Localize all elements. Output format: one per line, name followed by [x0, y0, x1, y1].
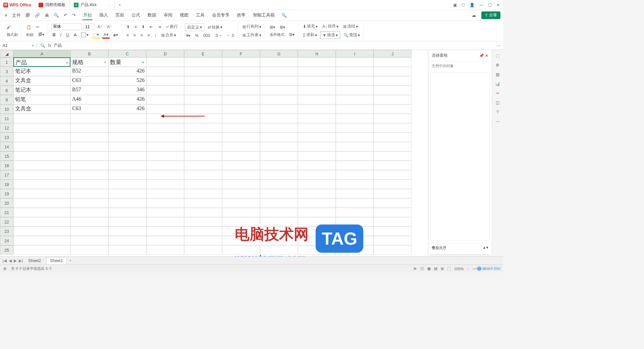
cell-I22[interactable] [336, 217, 374, 227]
font-select[interactable] [51, 23, 82, 30]
cell-J6[interactable] [374, 86, 412, 95]
cell-C24[interactable] [108, 236, 146, 245]
avatar-icon[interactable]: 👤 [470, 3, 475, 7]
cell-G18[interactable] [260, 180, 298, 189]
cell-J3[interactable] [374, 67, 412, 76]
cell-B24[interactable] [70, 236, 108, 245]
col-header-B[interactable]: B [70, 50, 108, 57]
cell-J12[interactable] [374, 123, 412, 133]
chart-icon[interactable]: 📊 [495, 82, 500, 86]
sheet-tab-sheet1[interactable]: Sheet1 [46, 257, 66, 264]
cell-G20[interactable] [260, 198, 298, 208]
cell-A20[interactable] [13, 198, 70, 208]
cell-D24[interactable] [146, 236, 184, 245]
close-panel-icon[interactable]: ✕ [485, 53, 488, 58]
cell-H8[interactable] [298, 95, 336, 104]
col-header-F[interactable]: F [222, 50, 260, 57]
layer-icon[interactable]: ▤ [496, 72, 499, 77]
align-left-button[interactable]: ≡ [125, 32, 130, 38]
cell-J8[interactable] [374, 95, 412, 104]
cell-D25[interactable] [146, 245, 184, 255]
cell-F13[interactable] [222, 133, 260, 142]
cell-H15[interactable] [298, 151, 336, 161]
cell-E19[interactable] [184, 189, 222, 198]
pin-icon[interactable]: 📌 [479, 53, 484, 58]
share-button[interactable]: ⇪ 分享 [481, 11, 500, 19]
col-header-E[interactable]: E [184, 50, 222, 57]
cell-G19[interactable] [260, 189, 298, 198]
cell-D15[interactable] [146, 151, 184, 161]
cell-E11[interactable] [184, 114, 222, 123]
cell-E15[interactable] [184, 151, 222, 161]
filter-button[interactable]: ▼筛选▾ [320, 31, 340, 39]
cell-C23[interactable] [108, 227, 146, 236]
cell-G8[interactable] [260, 95, 298, 104]
row-header-18[interactable]: 18 [0, 180, 13, 189]
zoom-level[interactable]: 205% [454, 267, 464, 271]
cell-F18[interactable] [222, 180, 260, 189]
bookmark-icon[interactable]: ◫ [496, 100, 499, 105]
row-header-4[interactable]: 4 [0, 76, 13, 86]
view-layout-button[interactable]: ⊞ [441, 266, 444, 271]
tab-member[interactable]: 会员专享 [211, 11, 230, 20]
row-header-6[interactable]: 6 [0, 86, 13, 95]
cell-G16[interactable] [260, 161, 298, 170]
view-normal-button[interactable]: ▦ [427, 266, 431, 271]
collapse-panel-icon[interactable]: — [494, 43, 503, 48]
cell-E24[interactable] [184, 236, 222, 245]
cell-D11[interactable] [146, 114, 184, 123]
cell-E10[interactable] [184, 104, 222, 114]
tab-formula[interactable]: 公式 [131, 11, 141, 20]
redo-button[interactable]: ↷ [70, 11, 78, 19]
underline-button[interactable]: U [65, 32, 70, 38]
tab-efficiency[interactable]: 效率 [236, 11, 246, 20]
row-header-12[interactable]: 12 [0, 123, 13, 133]
fill-button[interactable]: ⬇填充▾ [302, 23, 319, 30]
table-style-button[interactable]: ⊞▾ [268, 24, 276, 30]
row-header-3[interactable]: 3 [0, 67, 13, 76]
cell-A24[interactable] [13, 236, 70, 245]
wrap-button[interactable]: ⤶换行 [164, 23, 179, 30]
spreadsheet[interactable]: ◢ABCDEFGHIJ1产品▾规格▾数量▾3笔记本B524264文具盒C6352… [0, 50, 428, 265]
cell-H22[interactable] [298, 217, 336, 227]
cell-G21[interactable] [260, 208, 298, 217]
convert-button[interactable]: ⇄转换▾ [206, 24, 224, 31]
cloud-icon[interactable]: ☁ [470, 11, 478, 19]
cell-B21[interactable] [70, 208, 108, 217]
row-header-22[interactable]: 22 [0, 217, 13, 227]
cell-J22[interactable] [374, 217, 412, 227]
cell-D23[interactable] [146, 227, 184, 236]
sheet-last-button[interactable]: ▶| [19, 258, 23, 263]
cell-A6[interactable]: 笔记本 [13, 86, 70, 95]
cell-D10[interactable] [146, 104, 184, 114]
cell-B3[interactable]: B52 [70, 67, 108, 76]
format-button[interactable]: ⊞▾ [288, 32, 296, 38]
layout-icon[interactable]: ▣ [453, 3, 457, 7]
cell-B18[interactable] [70, 180, 108, 189]
row-header-19[interactable]: 19 [0, 189, 13, 198]
cell-E25[interactable] [184, 245, 222, 255]
cell-C3[interactable]: 426 [108, 67, 146, 76]
cell-C22[interactable] [108, 217, 146, 227]
cell-H19[interactable] [298, 189, 336, 198]
cell-H21[interactable] [298, 208, 336, 217]
cell-C10[interactable]: 426 [108, 104, 146, 114]
maximize-button[interactable]: ☐ [488, 3, 492, 7]
align-justify-button[interactable]: ≡ [146, 32, 151, 38]
cell-I4[interactable] [336, 76, 374, 86]
cell-C12[interactable] [108, 123, 146, 133]
strike-button[interactable]: A̶ [72, 32, 78, 38]
orientation-button[interactable]: ↕ [153, 32, 158, 38]
cell-F11[interactable] [222, 114, 260, 123]
formula-input[interactable]: 产品 [54, 43, 62, 48]
rows-cols-button[interactable]: ⊞行和列▾ [241, 23, 263, 30]
cell-E1[interactable] [184, 57, 222, 67]
cell-A3[interactable]: 笔记本 [13, 67, 70, 76]
filter-icon[interactable]: ▾ [104, 60, 106, 64]
cell-D21[interactable] [146, 208, 184, 217]
filter-icon[interactable]: ▾ [142, 60, 144, 64]
cell-I11[interactable] [336, 114, 374, 123]
indent-dec-button[interactable]: ⇤ [148, 24, 154, 30]
cell-C11[interactable] [108, 114, 146, 123]
cell-style-button[interactable]: ⊞▾ [278, 24, 286, 30]
